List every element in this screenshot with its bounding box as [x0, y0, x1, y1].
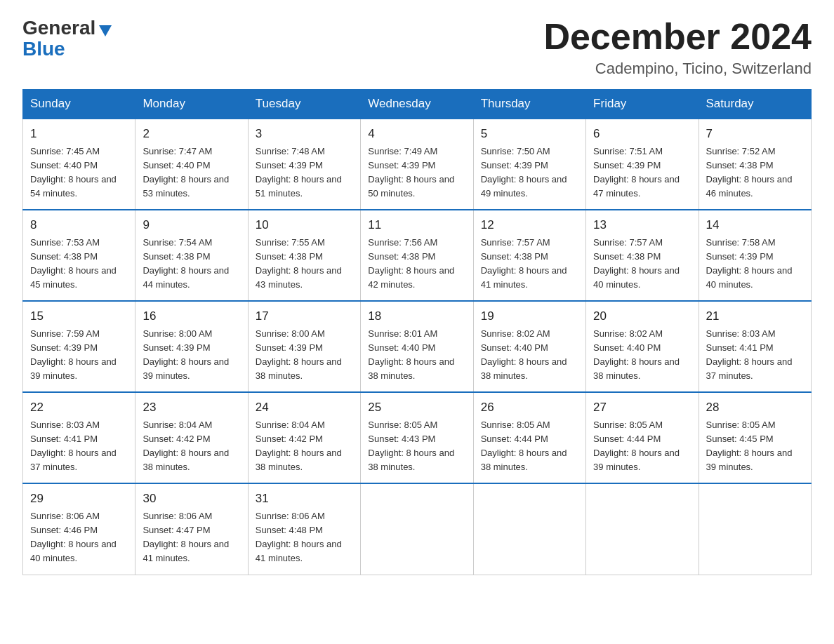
day-info: Sunrise: 7:53 AMSunset: 4:38 PMDaylight:… — [30, 237, 117, 290]
calendar-cell: 29 Sunrise: 8:06 AMSunset: 4:46 PMDaylig… — [23, 483, 135, 575]
day-info: Sunrise: 8:01 AMSunset: 4:40 PMDaylight:… — [368, 328, 454, 381]
calendar-week-row: 22 Sunrise: 8:03 AMSunset: 4:41 PMDaylig… — [23, 392, 812, 483]
calendar-cell: 27 Sunrise: 8:05 AMSunset: 4:44 PMDaylig… — [586, 392, 699, 483]
day-info: Sunrise: 7:54 AMSunset: 4:38 PMDaylight:… — [143, 237, 229, 290]
calendar-cell: 24 Sunrise: 8:04 AMSunset: 4:42 PMDaylig… — [248, 392, 360, 483]
calendar-cell: 11 Sunrise: 7:56 AMSunset: 4:38 PMDaylig… — [361, 210, 473, 301]
day-number: 20 — [593, 307, 691, 326]
calendar-week-row: 8 Sunrise: 7:53 AMSunset: 4:38 PMDayligh… — [23, 210, 812, 301]
day-info: Sunrise: 7:51 AMSunset: 4:39 PMDaylight:… — [593, 146, 680, 199]
day-info: Sunrise: 7:49 AMSunset: 4:39 PMDaylight:… — [368, 146, 454, 199]
day-info: Sunrise: 7:59 AMSunset: 4:39 PMDaylight:… — [30, 328, 117, 381]
day-number: 10 — [256, 216, 353, 234]
day-info: Sunrise: 8:05 AMSunset: 4:44 PMDaylight:… — [481, 420, 567, 472]
day-number: 27 — [593, 398, 691, 417]
weekday-header-thursday: Thursday — [473, 90, 585, 119]
day-number: 8 — [30, 216, 128, 234]
day-number: 14 — [706, 216, 804, 234]
day-info: Sunrise: 8:05 AMSunset: 4:43 PMDaylight:… — [368, 420, 454, 472]
calendar-cell — [361, 483, 473, 575]
day-info: Sunrise: 8:03 AMSunset: 4:41 PMDaylight:… — [30, 420, 117, 472]
logo-blue: Blue — [22, 38, 65, 60]
calendar-table: SundayMondayTuesdayWednesdayThursdayFrid… — [22, 89, 812, 575]
title-block: December 2024 Cadempino, Ticino, Switzer… — [543, 17, 812, 78]
calendar-cell: 6 Sunrise: 7:51 AMSunset: 4:39 PMDayligh… — [586, 119, 699, 210]
day-number: 12 — [481, 216, 578, 234]
calendar-cell: 25 Sunrise: 8:05 AMSunset: 4:43 PMDaylig… — [361, 392, 473, 483]
logo-triangle-icon — [99, 25, 112, 36]
day-number: 28 — [706, 398, 804, 417]
weekday-header-tuesday: Tuesday — [248, 90, 360, 119]
weekday-header-saturday: Saturday — [699, 90, 811, 119]
weekday-header-sunday: Sunday — [23, 90, 135, 119]
calendar-cell — [473, 483, 585, 575]
month-title: December 2024 — [543, 17, 812, 57]
day-info: Sunrise: 7:52 AMSunset: 4:38 PMDaylight:… — [706, 146, 793, 199]
day-number: 4 — [368, 125, 465, 143]
calendar-cell: 8 Sunrise: 7:53 AMSunset: 4:38 PMDayligh… — [23, 210, 135, 301]
calendar-cell: 3 Sunrise: 7:48 AMSunset: 4:39 PMDayligh… — [248, 119, 360, 210]
calendar-cell: 12 Sunrise: 7:57 AMSunset: 4:38 PMDaylig… — [473, 210, 585, 301]
day-number: 22 — [30, 398, 128, 417]
day-number: 19 — [481, 307, 578, 326]
day-info: Sunrise: 7:47 AMSunset: 4:40 PMDaylight:… — [143, 146, 229, 199]
calendar-cell: 28 Sunrise: 8:05 AMSunset: 4:45 PMDaylig… — [699, 392, 811, 483]
day-info: Sunrise: 8:05 AMSunset: 4:45 PMDaylight:… — [706, 420, 793, 472]
day-number: 25 — [368, 398, 465, 417]
day-number: 2 — [143, 125, 240, 143]
calendar-cell: 5 Sunrise: 7:50 AMSunset: 4:39 PMDayligh… — [473, 119, 585, 210]
calendar-cell: 30 Sunrise: 8:06 AMSunset: 4:47 PMDaylig… — [135, 483, 248, 575]
day-number: 24 — [256, 398, 353, 417]
logo: General Blue — [22, 17, 112, 60]
calendar-week-row: 15 Sunrise: 7:59 AMSunset: 4:39 PMDaylig… — [23, 301, 812, 392]
day-number: 29 — [30, 490, 128, 508]
day-info: Sunrise: 7:50 AMSunset: 4:39 PMDaylight:… — [481, 146, 567, 199]
day-number: 11 — [368, 216, 465, 234]
day-info: Sunrise: 7:57 AMSunset: 4:38 PMDaylight:… — [593, 237, 680, 290]
calendar-cell: 7 Sunrise: 7:52 AMSunset: 4:38 PMDayligh… — [699, 119, 811, 210]
calendar-cell — [699, 483, 811, 575]
day-info: Sunrise: 7:55 AMSunset: 4:38 PMDaylight:… — [256, 237, 342, 290]
day-info: Sunrise: 8:00 AMSunset: 4:39 PMDaylight:… — [143, 328, 229, 381]
day-number: 9 — [143, 216, 240, 234]
day-info: Sunrise: 8:03 AMSunset: 4:41 PMDaylight:… — [706, 328, 793, 381]
calendar-week-row: 1 Sunrise: 7:45 AMSunset: 4:40 PMDayligh… — [23, 119, 812, 210]
day-number: 13 — [593, 216, 691, 234]
day-info: Sunrise: 7:58 AMSunset: 4:39 PMDaylight:… — [706, 237, 793, 290]
logo-general: General — [22, 17, 95, 39]
calendar-cell: 20 Sunrise: 8:02 AMSunset: 4:40 PMDaylig… — [586, 301, 699, 392]
weekday-header-monday: Monday — [135, 90, 248, 119]
day-info: Sunrise: 8:00 AMSunset: 4:39 PMDaylight:… — [256, 328, 342, 381]
page-header: General Blue December 2024 Cadempino, Ti… — [22, 17, 812, 78]
calendar-cell: 9 Sunrise: 7:54 AMSunset: 4:38 PMDayligh… — [135, 210, 248, 301]
calendar-cell: 22 Sunrise: 8:03 AMSunset: 4:41 PMDaylig… — [23, 392, 135, 483]
day-info: Sunrise: 8:05 AMSunset: 4:44 PMDaylight:… — [593, 420, 680, 472]
day-number: 5 — [481, 125, 578, 143]
calendar-cell: 26 Sunrise: 8:05 AMSunset: 4:44 PMDaylig… — [473, 392, 585, 483]
day-number: 18 — [368, 307, 465, 326]
calendar-cell: 4 Sunrise: 7:49 AMSunset: 4:39 PMDayligh… — [361, 119, 473, 210]
day-info: Sunrise: 8:04 AMSunset: 4:42 PMDaylight:… — [256, 420, 342, 472]
day-number: 15 — [30, 307, 128, 326]
day-number: 26 — [481, 398, 578, 417]
calendar-cell: 17 Sunrise: 8:00 AMSunset: 4:39 PMDaylig… — [248, 301, 360, 392]
day-info: Sunrise: 8:02 AMSunset: 4:40 PMDaylight:… — [481, 328, 567, 381]
weekday-header-row: SundayMondayTuesdayWednesdayThursdayFrid… — [23, 90, 812, 119]
calendar-cell: 1 Sunrise: 7:45 AMSunset: 4:40 PMDayligh… — [23, 119, 135, 210]
calendar-cell: 23 Sunrise: 8:04 AMSunset: 4:42 PMDaylig… — [135, 392, 248, 483]
calendar-cell — [586, 483, 699, 575]
calendar-cell: 21 Sunrise: 8:03 AMSunset: 4:41 PMDaylig… — [699, 301, 811, 392]
day-info: Sunrise: 7:57 AMSunset: 4:38 PMDaylight:… — [481, 237, 567, 290]
day-number: 21 — [706, 307, 804, 326]
calendar-cell: 13 Sunrise: 7:57 AMSunset: 4:38 PMDaylig… — [586, 210, 699, 301]
day-number: 7 — [706, 125, 804, 143]
day-number: 31 — [256, 490, 353, 508]
calendar-cell: 16 Sunrise: 8:00 AMSunset: 4:39 PMDaylig… — [135, 301, 248, 392]
day-number: 6 — [593, 125, 691, 143]
day-info: Sunrise: 8:06 AMSunset: 4:47 PMDaylight:… — [143, 511, 229, 563]
calendar-cell: 18 Sunrise: 8:01 AMSunset: 4:40 PMDaylig… — [361, 301, 473, 392]
calendar-week-row: 29 Sunrise: 8:06 AMSunset: 4:46 PMDaylig… — [23, 483, 812, 575]
location-title: Cadempino, Ticino, Switzerland — [543, 60, 812, 78]
day-number: 16 — [143, 307, 240, 326]
calendar-cell: 14 Sunrise: 7:58 AMSunset: 4:39 PMDaylig… — [699, 210, 811, 301]
